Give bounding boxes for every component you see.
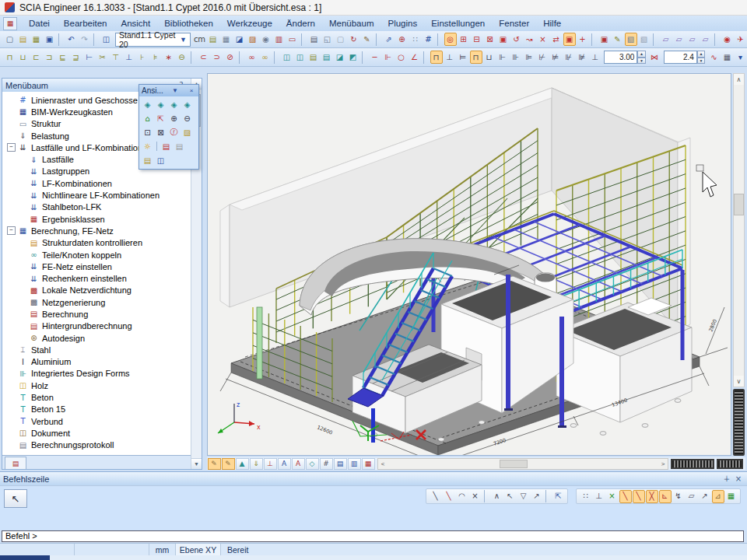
palette-dropdown-icon[interactable]: ▼ (170, 87, 180, 94)
zoom-out-icon[interactable]: ⊖ (181, 112, 194, 124)
tree-item-7[interactable]: ⇊LF-Kombinationen (2, 177, 202, 189)
tree-item-21[interactable]: ⌶Stahl (2, 344, 202, 355)
select-line-icon[interactable]: ⊟ (471, 33, 483, 46)
select-invert-icon[interactable]: ⇄ (550, 33, 563, 46)
select-poly-icon[interactable]: ⊠ (484, 33, 496, 46)
member-move-icon[interactable]: ◫ (294, 51, 307, 64)
copy-add-data-icon[interactable]: ▱ (686, 33, 699, 46)
menu-werkzeuge[interactable]: Werkzeuge (220, 17, 279, 30)
support-sliding-icon[interactable]: ⊨ (457, 51, 469, 64)
select-stored-icon[interactable]: ▣ (563, 33, 576, 46)
chevron-down-icon[interactable]: ▼ (180, 36, 187, 44)
select-add-icon[interactable]: ⊞ (458, 33, 470, 46)
mesh-ball-icon[interactable]: ◉ (260, 33, 272, 46)
project-combo[interactable]: Stand1.1 Cypet 20 ▼ (115, 33, 191, 47)
3d-canvas[interactable]: 12600 7200 13400 2800 (207, 73, 731, 456)
labels2-icon[interactable]: A (292, 458, 305, 470)
circle-icon[interactable]: ○ (395, 51, 408, 64)
snap-polygon-icon[interactable]: ▱ (686, 490, 698, 503)
snap-midpoint-icon[interactable]: ╲ (633, 490, 645, 503)
menu-ändern[interactable]: Ändern (279, 17, 322, 30)
tree-item-22[interactable]: IAluminium (2, 356, 202, 368)
tree-item-20[interactable]: ⊛Autodesign (2, 332, 202, 344)
tree-item-16[interactable]: ▩Lokale Netzverdichtung (2, 285, 202, 296)
snap-grid-icon[interactable]: ∷ (580, 490, 592, 503)
menu-hilfe[interactable]: Hilfe (536, 17, 568, 30)
tree-item-14[interactable]: ⇊FE-Netz einstellen (2, 261, 202, 272)
table-input-icon[interactable]: ▤ (307, 51, 320, 64)
zoom-in-icon[interactable]: ⊕ (167, 112, 181, 124)
project-manager-icon[interactable]: ◫ (100, 33, 113, 46)
tree-item-17[interactable]: ▩Netzgenerierung (2, 296, 202, 308)
pointer-mode-button[interactable]: ↖ (4, 489, 27, 508)
member-copy-icon[interactable]: ◫ (281, 51, 293, 64)
catalog-icon[interactable]: ▦ (220, 33, 233, 46)
zoom-window-icon[interactable]: ⊡ (141, 126, 154, 138)
fast-view-icon[interactable]: ▤ (334, 458, 347, 470)
visibility-icon[interactable]: ◉ (721, 33, 734, 46)
view-parameters-icon[interactable]: ✎ (208, 458, 221, 470)
mirror-icon[interactable]: ⊑ (57, 51, 69, 64)
support-hinged-icon[interactable]: ⊓ (430, 51, 443, 64)
support-subsoil-icon[interactable]: ⊭ (549, 51, 562, 64)
scroll-down-icon[interactable]: ▼ (191, 458, 202, 469)
system-menu-icon[interactable]: ▦ (3, 17, 17, 30)
snap-intersection-icon[interactable]: ╳ (646, 490, 658, 503)
lamp-icon[interactable]: ☼ (141, 140, 154, 152)
glasses-red-icon[interactable]: ∞ (246, 51, 258, 64)
document-icon[interactable]: ▢ (335, 33, 347, 46)
tree-item-26[interactable]: TBeton 15 (2, 404, 202, 415)
draw-line-point-icon[interactable]: ╲ (443, 490, 455, 503)
tree-item-28[interactable]: ◫Dokument (2, 427, 202, 439)
tracking-icon[interactable]: ⇱ (552, 490, 565, 503)
scale-ratio-icon[interactable]: ▦ (721, 51, 734, 64)
drawing-icon[interactable]: ▭ (286, 33, 299, 46)
save-icon[interactable]: ▣ (44, 33, 56, 46)
toolbar-overflow-icon[interactable]: ▾ (735, 51, 747, 64)
snap-off-icon[interactable]: × (606, 490, 619, 503)
snap-ruler-icon[interactable]: ⊿ (712, 490, 724, 503)
break-icon[interactable]: ⊧ (149, 51, 162, 64)
tree-item-15[interactable]: ⇊Rechenkern einstellen (2, 272, 202, 284)
units-icon[interactable]: cm (194, 33, 206, 46)
section-view-icon[interactable]: ◩ (347, 51, 359, 64)
support-nonlinear2-icon[interactable]: ⊬ (536, 51, 549, 64)
trim-icon[interactable]: ⊦ (136, 51, 149, 64)
scale-stepper[interactable]: ▲▼ (697, 51, 705, 64)
viewport-hscrollbar[interactable]: < > (377, 458, 668, 470)
tree-item-29[interactable]: ▤Berechnungsprotokoll (2, 439, 202, 451)
zoom-all-icon[interactable]: ⊠ (154, 126, 167, 138)
scroll-down-icon[interactable]: ∨ (734, 376, 744, 387)
dot-grid-icon[interactable]: ∷ (409, 33, 422, 46)
menu-ansicht[interactable]: Ansicht (114, 17, 157, 30)
tree-item-19[interactable]: ▤Hintergrundberechnung (2, 320, 202, 332)
print-preview-icon[interactable]: ◱ (321, 33, 334, 46)
import-icon[interactable]: ⇗ (383, 33, 395, 46)
menu-einstellungen[interactable]: Einstellungen (424, 17, 492, 30)
render-mode-icon[interactable]: ▲ (236, 458, 249, 470)
menu-bearbeiten[interactable]: Bearbeiten (57, 17, 114, 30)
menu-bibliotheken[interactable]: Bibliotheken (157, 17, 220, 30)
copy-node-icon[interactable]: ⊔ (17, 51, 30, 64)
perspective-icon[interactable]: ◫ (154, 154, 167, 166)
gallery-icon[interactable]: ▥ (273, 33, 286, 46)
mesh-size-input[interactable]: 3.00 (604, 51, 637, 64)
show-supports-icon[interactable]: ⊥ (264, 458, 277, 470)
scroll-thumb[interactable] (500, 460, 528, 468)
show-loads-icon[interactable]: ⇓ (250, 458, 263, 470)
select-previous-icon[interactable]: ↺ (510, 33, 523, 46)
snap-ortho-icon[interactable]: ⊥ (593, 490, 605, 503)
scroll-thumb[interactable] (734, 194, 744, 215)
merge-icon[interactable]: ⊤ (110, 51, 122, 64)
zoom-find-icon[interactable]: ⊕ (396, 33, 409, 46)
numbering-icon[interactable]: # (320, 458, 333, 470)
walk-mode-icon[interactable]: ⇱ (154, 112, 167, 124)
camera2-icon[interactable]: ▤ (173, 140, 186, 152)
view-axo-icon[interactable]: ◈ (181, 98, 194, 110)
tree-item-12[interactable]: ▤Strukturdaten kontrollieren (2, 237, 202, 249)
zoom-selection-icon[interactable]: ⓡ (167, 126, 181, 138)
view-doc-icon[interactable]: ▤ (141, 154, 154, 166)
paste-properties-icon[interactable]: ▱ (673, 33, 686, 46)
dimension-icon[interactable]: ⊩ (382, 51, 395, 64)
support-nonlinear-icon[interactable]: ⊫ (523, 51, 535, 64)
